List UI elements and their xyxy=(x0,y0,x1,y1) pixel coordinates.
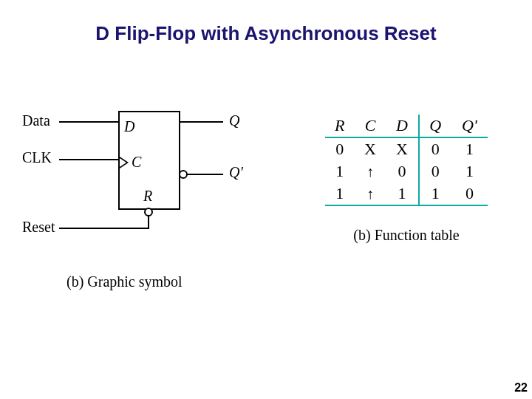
cell: 1 xyxy=(325,183,355,205)
slide: D Flip-Flop with Asynchronous Reset Data… xyxy=(0,0,532,399)
pin-r: R xyxy=(143,188,152,205)
cell: 1 xyxy=(325,160,355,183)
cell: X xyxy=(386,137,418,160)
cell: X xyxy=(355,137,386,160)
slide-title: D Flip-Flop with Asynchronous Reset xyxy=(0,22,532,45)
cell: 1 xyxy=(451,160,488,183)
cell: 1 xyxy=(419,183,451,205)
function-table: R C D Q Q' 0 X X 0 1 1 ↑ 0 xyxy=(325,115,488,244)
col-r: R xyxy=(325,115,355,137)
wire-reset-h xyxy=(59,228,148,229)
flipflop-box: D C R xyxy=(118,111,180,210)
col-q: Q xyxy=(419,115,451,137)
cell: 1 xyxy=(386,183,418,205)
label-data: Data xyxy=(22,112,50,129)
table-header-row: R C D Q Q' xyxy=(325,115,488,137)
graphic-symbol-caption: (b) Graphic symbol xyxy=(66,273,183,290)
wire-clk xyxy=(59,159,118,160)
function-table-caption: (b) Function table xyxy=(325,227,488,244)
clock-wedge-icon-inner xyxy=(120,158,126,167)
cell: 0 xyxy=(419,160,451,183)
col-c: C xyxy=(355,115,386,137)
cell-rising-edge-icon: ↑ xyxy=(355,160,386,183)
graphic-symbol: Data CLK Reset D C R Q Q' (b) Graphic sy… xyxy=(22,103,259,296)
cell: 0 xyxy=(419,137,451,160)
wire-qn xyxy=(186,174,223,175)
wire-reset-v xyxy=(148,216,149,229)
col-qn: Q' xyxy=(451,115,488,137)
wire-d xyxy=(59,121,118,123)
bubble-qn xyxy=(179,170,188,179)
table-row: 1 ↑ 0 0 1 xyxy=(325,160,488,183)
pin-q: Q xyxy=(229,112,239,129)
page-number: 22 xyxy=(514,381,528,395)
pin-qn: Q' xyxy=(229,164,243,181)
wire-q xyxy=(179,121,223,123)
table-row: 1 ↑ 1 1 0 xyxy=(325,183,488,205)
cell: 0 xyxy=(325,137,355,160)
bubble-reset xyxy=(144,208,153,216)
cell-rising-edge-icon: ↑ xyxy=(355,183,386,205)
col-d: D xyxy=(386,115,418,137)
table-row: 0 X X 0 1 xyxy=(325,137,488,160)
pin-d: D xyxy=(124,118,134,135)
truth-table: R C D Q Q' 0 X X 0 1 1 ↑ 0 xyxy=(325,115,488,206)
cell: 0 xyxy=(451,183,488,205)
label-reset: Reset xyxy=(22,219,55,236)
label-clk: CLK xyxy=(22,149,52,166)
pin-c: C xyxy=(132,154,141,171)
cell: 0 xyxy=(386,160,418,183)
cell: 1 xyxy=(451,137,488,160)
